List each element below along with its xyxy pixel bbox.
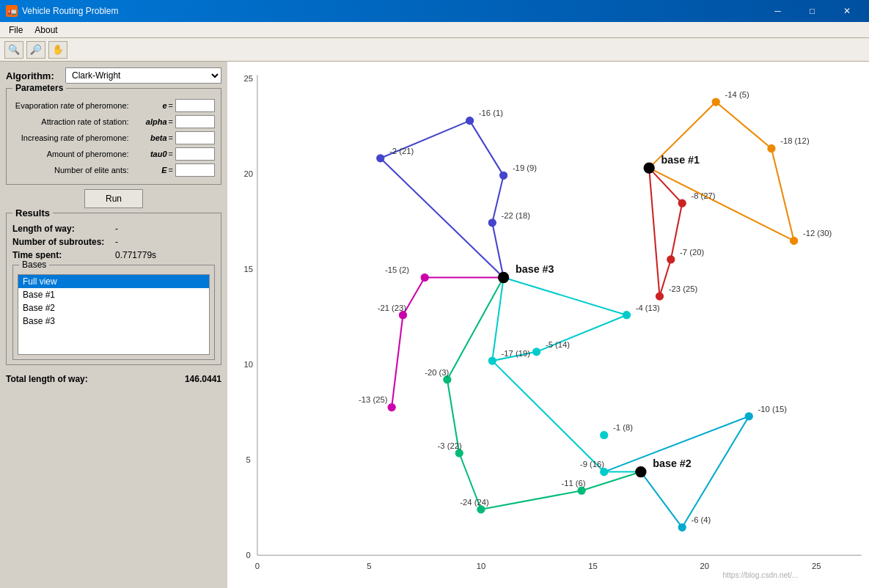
svg-text:-3 (22): -3 (22) xyxy=(438,441,462,450)
svg-text:-23 (25): -23 (25) xyxy=(669,284,698,293)
svg-text:20: 20 xyxy=(700,562,710,570)
minimize-button[interactable]: ─ xyxy=(761,4,794,18)
bases-group: Bases Full view Base #1 Base #2 Base #3 xyxy=(12,265,215,360)
param-input-tau0[interactable] xyxy=(175,147,215,161)
bases-listbox[interactable]: Full view Base #1 Base #2 Base #3 xyxy=(18,274,210,355)
svg-text:-16 (1): -16 (1) xyxy=(479,109,503,117)
svg-text:-5 (14): -5 (14) xyxy=(546,340,570,349)
svg-text:-4 (13): -4 (13) xyxy=(636,304,660,312)
results-title: Results xyxy=(12,207,53,218)
param-row-tau0: Amount of pheromone: tau0 = xyxy=(12,147,215,161)
menu-file[interactable]: File xyxy=(3,23,29,37)
svg-text:20: 20 xyxy=(243,169,253,178)
algorithm-select[interactable]: Clark-Wright ACO Genetic xyxy=(65,67,221,84)
result-value-length: - xyxy=(115,224,118,234)
zoom-in-button[interactable]: 🔍 xyxy=(4,41,23,59)
main-content: Algorithm: Clark-Wright ACO Genetic Para… xyxy=(0,62,869,588)
menu-about[interactable]: About xyxy=(29,23,63,37)
param-row-e: Evaporation rate of pheromone: e = xyxy=(12,99,215,112)
algorithm-row: Algorithm: Clark-Wright ACO Genetic xyxy=(6,67,221,84)
param-row-E: Number of elite ants: E = xyxy=(12,163,215,177)
param-name-alpha: alpha xyxy=(132,117,169,126)
result-value-subroutes: - xyxy=(115,237,118,247)
svg-text:-19 (9): -19 (9) xyxy=(513,163,537,172)
svg-text:-14 (5): -14 (5) xyxy=(725,90,749,99)
svg-text:-18 (12): -18 (12) xyxy=(780,136,810,145)
param-label-E: Number of elite ants: xyxy=(12,166,132,174)
results-group: Results Length of way: - Number of subro… xyxy=(6,213,221,365)
svg-text:0: 0 xyxy=(255,562,260,570)
svg-point-47 xyxy=(377,155,384,162)
param-name-e: e xyxy=(132,101,169,110)
total-length-value: 146.0441 xyxy=(185,374,221,384)
zoom-out-button[interactable]: 🔍 xyxy=(26,41,45,59)
svg-point-73 xyxy=(601,468,608,475)
svg-point-91 xyxy=(656,293,663,300)
svg-point-55 xyxy=(498,272,508,282)
svg-text:5: 5 xyxy=(246,455,251,464)
param-input-beta[interactable] xyxy=(175,131,215,144)
toolbar: 🔍 🔍 ✋ xyxy=(0,38,869,62)
svg-point-87 xyxy=(678,199,686,207)
svg-text:base #3: base #3 xyxy=(516,263,554,275)
maximize-button[interactable]: □ xyxy=(796,4,829,18)
algorithm-label: Algorithm: xyxy=(6,70,61,81)
total-length-label: Total length of way: xyxy=(6,374,185,384)
svg-text:-1 (8): -1 (8) xyxy=(613,423,633,432)
svg-text:-9 (16): -9 (16) xyxy=(580,460,604,468)
window-title: Vehicle Routing Problem xyxy=(22,6,761,16)
result-row-time: Time spent: 0.771779s xyxy=(12,250,215,260)
total-length-row: Total length of way: 146.0441 xyxy=(6,374,221,384)
svg-point-97 xyxy=(791,237,798,244)
run-button[interactable]: Run xyxy=(84,189,143,208)
param-label-e: Evaporation rate of pheromone: xyxy=(12,101,132,110)
parameters-title: Parameters xyxy=(12,83,66,93)
bases-item-base1[interactable]: Base #1 xyxy=(18,288,209,301)
svg-text:base #1: base #1 xyxy=(661,154,700,166)
bases-item-base2[interactable]: Base #2 xyxy=(18,301,209,315)
result-row-length: Length of way: - xyxy=(12,224,215,234)
svg-text:25: 25 xyxy=(812,562,821,570)
svg-point-63 xyxy=(444,376,451,383)
svg-text:-12 (30): -12 (30) xyxy=(803,229,832,238)
param-row-beta: Increasing rate of pheromone: beta = xyxy=(12,131,215,144)
pan-button[interactable]: ✋ xyxy=(48,41,67,59)
left-panel: Algorithm: Clark-Wright ACO Genetic Para… xyxy=(0,62,227,588)
zoom-in-icon: 🔍 xyxy=(8,44,20,55)
svg-text:-11 (6): -11 (6) xyxy=(561,479,585,488)
param-input-E[interactable] xyxy=(175,163,215,177)
svg-text:-6 (4): -6 (4) xyxy=(691,515,711,524)
svg-point-69 xyxy=(578,487,585,494)
svg-point-61 xyxy=(388,403,395,411)
bases-item-base3[interactable]: Base #3 xyxy=(18,315,209,328)
svg-point-57 xyxy=(421,273,428,281)
param-name-E: E xyxy=(132,166,169,174)
svg-text:-24 (24): -24 (24) xyxy=(460,498,489,507)
svg-point-85 xyxy=(745,413,752,420)
param-label-tau0: Amount of pheromone: xyxy=(12,150,132,158)
param-input-alpha[interactable] xyxy=(175,115,215,128)
result-label-time: Time spent: xyxy=(12,250,115,260)
bases-item-fullview[interactable]: Full view xyxy=(18,275,209,288)
parameters-group: Parameters Evaporation rate of pheromone… xyxy=(6,88,221,185)
svg-text:-10 (15): -10 (15) xyxy=(758,405,788,414)
svg-text:-2 (21): -2 (21) xyxy=(389,147,414,155)
app-icon: 🚛 xyxy=(6,5,18,17)
title-bar: 🚛 Vehicle Routing Problem ─ □ ✕ xyxy=(0,0,869,22)
window-controls: ─ □ ✕ xyxy=(761,4,863,18)
svg-point-77 xyxy=(533,348,540,356)
close-button[interactable]: ✕ xyxy=(830,4,863,18)
svg-point-79 xyxy=(488,357,496,364)
svg-text:-8 (27): -8 (27) xyxy=(691,191,715,200)
svg-point-67 xyxy=(477,506,485,513)
result-label-length: Length of way: xyxy=(12,224,115,234)
svg-point-65 xyxy=(455,449,463,457)
param-input-e[interactable] xyxy=(175,99,215,112)
svg-text:10: 10 xyxy=(243,360,253,369)
svg-point-53 xyxy=(488,219,496,227)
svg-text:15: 15 xyxy=(243,265,253,273)
svg-text:-21 (23): -21 (23) xyxy=(378,304,407,312)
svg-text:https://blog.csdn.net/...: https://blog.csdn.net/... xyxy=(722,571,798,579)
svg-point-89 xyxy=(667,256,675,263)
svg-point-71 xyxy=(636,466,646,477)
